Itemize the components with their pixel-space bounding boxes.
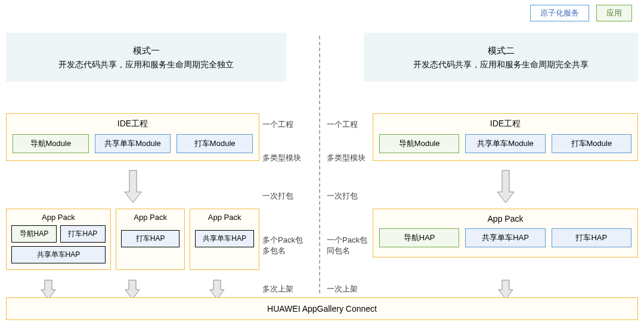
right-pack-title: App Pack xyxy=(379,214,631,224)
left-pack-1: App Pack 导航HAP 打车HAP 共享单车HAP xyxy=(6,209,111,270)
mode2-title: 模式二 xyxy=(370,44,632,58)
left-module-nav: 导航Module xyxy=(13,134,89,153)
arrow-down-icon xyxy=(6,169,259,205)
appgallery-bar: HUAWEI AppGallery Connect xyxy=(6,297,638,320)
left-pack-3: App Pack 共享单车HAP xyxy=(190,209,259,270)
label-left-5: 多次上架 xyxy=(262,284,316,294)
mode2-header: 模式二 开发态代码共享，应用和服务生命周期完全共享 xyxy=(364,33,638,82)
label-left-4: 多个Pack包 多包名 xyxy=(262,235,316,256)
left-pack-2: App Pack 打车HAP xyxy=(116,209,185,270)
mode1-header: 模式一 开发态代码共享，应用和服务生命周期完全独立 xyxy=(6,33,286,82)
pack-title: App Pack xyxy=(11,213,106,222)
legend-atomic: 原子化服务 xyxy=(530,5,589,21)
left-ide-title: IDE工程 xyxy=(13,119,253,129)
label-right-2: 多类型模块 xyxy=(327,153,374,163)
hap-taxi: 打车HAP xyxy=(121,230,180,247)
mode2-subtitle: 开发态代码共享，应用和服务生命周期完全共享 xyxy=(370,58,632,71)
right-pack-box: App Pack 导航HAP 共享单车HAP 打车HAP xyxy=(373,209,638,257)
right-ide-box: IDE工程 导航Module 共享单车Module 打车Module xyxy=(373,113,638,161)
mode1-title: 模式一 xyxy=(12,44,280,58)
hap-nav: 导航HAP xyxy=(11,225,57,243)
left-ide-box: IDE工程 导航Module 共享单车Module 打车Module xyxy=(6,113,259,161)
hap-taxi: 打车HAP xyxy=(60,225,106,243)
right-module-taxi: 打车Module xyxy=(552,134,631,153)
arrow-down-icon xyxy=(373,169,638,205)
pack-title: App Pack xyxy=(121,213,180,222)
right-module-bike: 共享单车Module xyxy=(465,134,545,153)
hap-bike: 共享单车HAP xyxy=(195,230,254,247)
right-ide-title: IDE工程 xyxy=(379,119,631,129)
label-right-3: 一次打包 xyxy=(327,191,374,201)
hap-bike: 共享单车HAP xyxy=(465,228,545,247)
label-left-2: 多类型模块 xyxy=(262,153,316,163)
label-right-1: 一个工程 xyxy=(327,119,374,130)
hap-nav: 导航HAP xyxy=(379,228,459,247)
label-right-4: 一个Pack包 同包名 xyxy=(327,235,374,256)
pack-title: App Pack xyxy=(195,213,254,222)
left-pack-row: App Pack 导航HAP 打车HAP 共享单车HAP App Pack 打车… xyxy=(6,209,259,270)
mode1-subtitle: 开发态代码共享，应用和服务生命周期完全独立 xyxy=(12,58,280,71)
left-module-bike: 共享单车Module xyxy=(95,134,171,153)
hap-bike: 共享单车HAP xyxy=(11,246,106,263)
header-row: 模式一 开发态代码共享，应用和服务生命周期完全独立 模式二 开发态代码共享，应用… xyxy=(6,33,638,82)
legend-app: 应用 xyxy=(596,5,632,21)
hap-taxi: 打车HAP xyxy=(552,228,631,247)
left-module-taxi: 打车Module xyxy=(177,134,253,153)
label-left-3: 一次打包 xyxy=(262,191,316,201)
right-module-nav: 导航Module xyxy=(379,134,459,153)
label-right-5: 一次上架 xyxy=(327,284,374,294)
legend: 原子化服务 应用 xyxy=(530,5,632,21)
label-left-1: 一个工程 xyxy=(262,119,316,130)
